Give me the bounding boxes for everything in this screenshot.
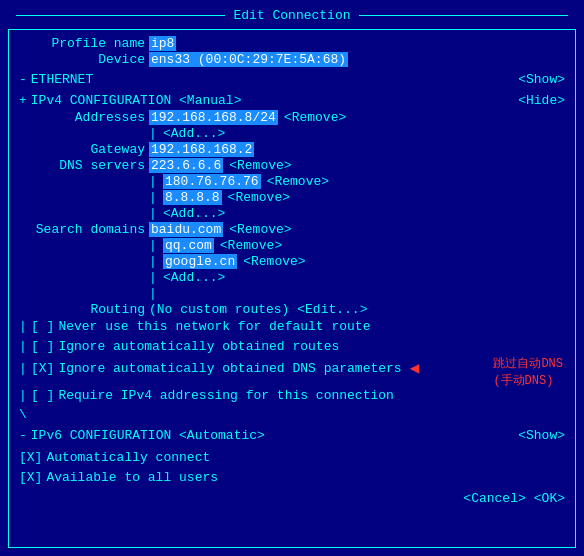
search-remove-2[interactable]: <Remove>: [243, 254, 305, 269]
address-add[interactable]: <Add...>: [163, 126, 225, 141]
ipv4-prefix: +: [19, 93, 27, 108]
dns-remove-1[interactable]: <Remove>: [267, 174, 329, 189]
ok-button[interactable]: <OK>: [534, 491, 565, 506]
ipv6-prefix: -: [19, 428, 27, 443]
ethernet-prefix: -: [19, 72, 27, 87]
dns-label: DNS servers: [19, 158, 149, 173]
ethernet-section: - ETHERNET <Show>: [19, 72, 565, 87]
search-value-1[interactable]: qq.com: [163, 238, 214, 253]
gateway-row: Gateway 192.168.168.2: [19, 142, 565, 157]
dns-remove-0[interactable]: <Remove>: [229, 158, 291, 173]
profile-name-row: Profile name ip8: [19, 36, 565, 51]
checkbox-never-use-box[interactable]: [ ]: [31, 318, 54, 336]
addresses-label: Addresses: [19, 110, 149, 125]
content-box: Profile name ip8 Device ens33 (00:0C:29:…: [8, 29, 576, 548]
checkbox-ignore-routes[interactable]: | [ ] Ignore automatically obtained rout…: [19, 338, 565, 356]
checkbox-ignore-routes-label: Ignore automatically obtained routes: [58, 338, 339, 356]
ethernet-show[interactable]: <Show>: [518, 72, 565, 87]
dns-add[interactable]: <Add...>: [163, 206, 225, 221]
available-users-row[interactable]: [X] Available to all users: [19, 469, 565, 487]
auto-connect-box[interactable]: [X]: [19, 449, 42, 467]
title-bar: Edit Connection: [8, 8, 576, 23]
search-row-0: Search domains baidu.com <Remove>: [19, 222, 565, 237]
search-remove-1[interactable]: <Remove>: [220, 238, 282, 253]
dns-row-2: | 8.8.8.8 <Remove>: [19, 190, 565, 205]
search-value-2[interactable]: google.cn: [163, 254, 237, 269]
addresses-add-row: | <Add...>: [19, 126, 565, 141]
device-input[interactable]: ens33 (00:0C:29:7E:5A:68): [149, 52, 348, 67]
dns-value-0[interactable]: 223.6.6.6: [149, 158, 223, 173]
checkbox-ignore-dns-container: | [X] Ignore automatically obtained DNS …: [19, 358, 565, 380]
auto-connect-label: Automatically connect: [46, 449, 210, 467]
gateway-label: Gateway: [19, 142, 149, 157]
search-remove-0[interactable]: <Remove>: [229, 222, 291, 237]
cancel-button[interactable]: <Cancel>: [463, 491, 525, 506]
ipv4-hide[interactable]: <Hide>: [518, 93, 565, 108]
auto-connect-row[interactable]: [X] Automatically connect: [19, 449, 565, 467]
ipv6-method[interactable]: <Automatic>: [179, 428, 265, 443]
address-remove-0[interactable]: <Remove>: [284, 110, 346, 125]
search-add[interactable]: <Add...>: [163, 270, 225, 285]
checkbox-require-ipv4-box[interactable]: [ ]: [31, 387, 54, 405]
dns-add-row: | <Add...>: [19, 206, 565, 221]
address-value-0[interactable]: 192.168.168.8/24: [149, 110, 278, 125]
search-add-row: | <Add...>: [19, 270, 565, 285]
checkbox-require-ipv4-label: Require IPv4 addressing for this connect…: [58, 387, 393, 405]
ipv4-section: + IPv4 CONFIGURATION <Manual> <Hide>: [19, 93, 565, 108]
ipv6-label: IPv6 CONFIGURATION <Automatic>: [31, 428, 265, 443]
checkbox-never-use[interactable]: | [ ] Never use this network for default…: [19, 318, 565, 336]
search-value-0[interactable]: baidu.com: [149, 222, 223, 237]
ipv6-show[interactable]: <Show>: [518, 428, 565, 443]
addresses-row: Addresses 192.168.168.8/24 <Remove>: [19, 110, 565, 125]
ipv4-method[interactable]: <Manual>: [179, 93, 241, 108]
checkbox-ignore-routes-box[interactable]: [ ]: [31, 338, 54, 356]
checkbox-require-ipv4[interactable]: | [ ] Require IPv4 addressing for this c…: [19, 387, 565, 405]
dialog-title: Edit Connection: [233, 8, 350, 23]
footer: <Cancel> <OK>: [19, 491, 565, 506]
profile-input[interactable]: ip8: [149, 36, 176, 51]
dns-remove-2[interactable]: <Remove>: [228, 190, 290, 205]
device-label: Device: [19, 52, 149, 67]
search-row-1: | qq.com <Remove>: [19, 238, 565, 253]
profile-label: Profile name: [19, 36, 149, 51]
profile-value[interactable]: ip8: [149, 36, 565, 51]
routing-row: Routing (No custom routes) <Edit...>: [19, 302, 565, 317]
dns-row-0: DNS servers 223.6.6.6 <Remove>: [19, 158, 565, 173]
blank-pipe-1: |: [19, 286, 565, 301]
search-label: Search domains: [19, 222, 149, 237]
arrow-icon: ◀: [410, 358, 420, 380]
available-users-box[interactable]: [X]: [19, 469, 42, 487]
dns-row-1: | 180.76.76.76 <Remove>: [19, 174, 565, 189]
available-users-label: Available to all users: [46, 469, 218, 487]
routing-label: Routing: [19, 302, 149, 317]
dns-value-2[interactable]: 8.8.8.8: [163, 190, 222, 205]
checkbox-ignore-dns-label: Ignore automatically obtained DNS parame…: [58, 360, 401, 378]
ethernet-label: ETHERNET: [31, 72, 93, 87]
device-row: Device ens33 (00:0C:29:7E:5A:68): [19, 52, 565, 67]
backslash: \: [19, 407, 565, 422]
checkbox-never-use-label: Never use this network for default route: [58, 318, 370, 336]
dns-value-1[interactable]: 180.76.76.76: [163, 174, 261, 189]
checkbox-ignore-dns[interactable]: | [X] Ignore automatically obtained DNS …: [19, 358, 565, 380]
routing-value[interactable]: (No custom routes) <Edit...>: [149, 302, 367, 317]
search-row-2: | google.cn <Remove>: [19, 254, 565, 269]
ipv4-label: IPv4 CONFIGURATION <Manual>: [31, 93, 242, 108]
checkbox-ignore-dns-box[interactable]: [X]: [31, 360, 54, 378]
ipv6-section: - IPv6 CONFIGURATION <Automatic> <Show>: [19, 428, 565, 443]
gateway-value[interactable]: 192.168.168.2: [149, 142, 254, 157]
